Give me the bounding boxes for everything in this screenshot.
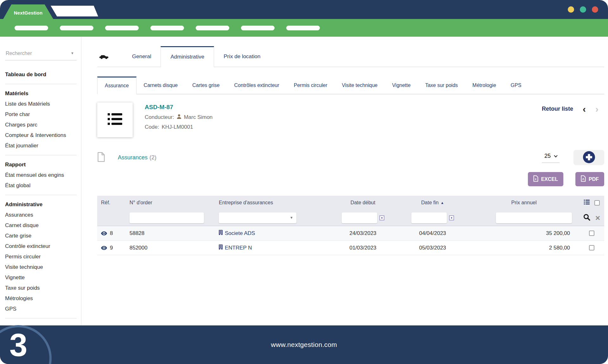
subtab[interactable]: Assurance	[97, 77, 136, 94]
pdf-button[interactable]: A PDF	[575, 172, 604, 186]
col-header-price[interactable]: Prix annuel	[469, 200, 579, 206]
sidebar-item-label: Visite technique	[5, 264, 43, 270]
row-order: 852000	[124, 245, 209, 251]
tab-label: Administrative	[170, 54, 204, 60]
table-row: 9 852000	[97, 241, 604, 255]
sidebar-item[interactable]: Visite technique	[5, 262, 77, 272]
body: Rechercher ▼ Tableau de bord Matériels L	[0, 37, 608, 325]
subtab[interactable]: Cartes grise	[185, 77, 227, 94]
sidebar-item[interactable]: Administrative	[5, 199, 77, 210]
sidebar-item-label: Carte grise	[5, 233, 31, 239]
sidebar-item[interactable]: Liste des Matériels	[5, 99, 77, 109]
record-thumbnail[interactable]	[97, 102, 133, 137]
chevron-right-icon[interactable]: ›	[595, 106, 598, 112]
subtab[interactable]: Vignette	[385, 77, 418, 94]
nav-pill[interactable]	[15, 26, 48, 30]
nav-pill[interactable]	[150, 26, 184, 30]
sidebar-item-label: Assurances	[5, 212, 33, 218]
subtab[interactable]: GPS	[504, 77, 529, 94]
sidebar-item[interactable]: État global	[5, 180, 77, 191]
page-size-select[interactable]: 25	[542, 152, 560, 163]
excel-button[interactable]: x EXCEL	[528, 172, 563, 186]
sidebar-item-label: GPS	[5, 306, 16, 312]
blank-tab[interactable]	[51, 6, 98, 16]
brand-tab[interactable]: NextGestion	[3, 4, 53, 19]
tab[interactable]: General	[123, 46, 161, 67]
add-button[interactable]	[573, 150, 604, 165]
row-checkbox[interactable]	[589, 231, 594, 236]
sidebar-item[interactable]: État journalier	[5, 140, 77, 151]
tab-label: Prix de location	[224, 53, 260, 60]
sidebar-item-label: Porte char	[5, 111, 30, 118]
sidebar-item[interactable]: Matériels	[5, 88, 77, 99]
sidebar-item[interactable]: Permis circuler	[5, 251, 77, 262]
col-header-company[interactable]: Entreprise d'assurances	[209, 200, 330, 206]
sidebar-item[interactable]: Porte char	[5, 109, 77, 120]
subtab[interactable]: Permis circuler	[287, 77, 335, 94]
nav-pill[interactable]	[60, 26, 93, 30]
window-dot-green-icon[interactable]	[580, 6, 586, 13]
nav-pill[interactable]	[105, 26, 139, 30]
sidebar-item[interactable]: GPS	[5, 304, 77, 314]
window-dot-yellow-icon[interactable]	[568, 6, 574, 13]
sidebar-item-label: Charges parc	[5, 122, 37, 128]
sidebar-item[interactable]: Assurances	[5, 210, 77, 220]
chevron-left-icon[interactable]: ‹	[583, 106, 586, 112]
calendar-picker-icon[interactable]	[449, 215, 454, 220]
col-header-order[interactable]: N° d'order	[124, 200, 209, 206]
sidebar-item[interactable]: Contrôle extincteur	[5, 241, 77, 251]
subtab[interactable]: Taxe sur poids	[418, 77, 465, 94]
sidebar-item[interactable]: Vignette	[5, 272, 77, 283]
sidebar-item-label: État journalier	[5, 143, 38, 149]
subtab[interactable]: Contrôles extincteur	[227, 77, 286, 94]
tab[interactable]: Prix de location	[214, 46, 270, 67]
filter-company-select[interactable]: ▼	[219, 213, 296, 223]
sidebar-item[interactable]: Carnet disque	[5, 220, 77, 231]
col-header-date-end-label: Date fin	[421, 200, 439, 206]
eye-icon[interactable]	[101, 246, 107, 250]
row-company-link[interactable]: Societe ADS	[209, 230, 330, 237]
sidebar-item[interactable]: Charges parc	[5, 120, 77, 130]
sidebar-item[interactable]: Taxe sur poids	[5, 283, 77, 293]
subtab[interactable]: Métrologie	[465, 77, 504, 94]
subtab-label: Assurance	[105, 83, 129, 89]
calendar-picker-icon[interactable]	[379, 215, 384, 220]
filter-date-start-input[interactable]	[342, 213, 377, 223]
subtab[interactable]: Carnets disque	[136, 77, 185, 94]
record-info: ASD-M-87 Conducteur: Marc Simon Code:	[145, 102, 212, 137]
filter-company-input[interactable]	[219, 213, 296, 223]
col-header-date-start[interactable]: Date début	[330, 200, 396, 206]
sidebar-item[interactable]: Tableau de bord	[5, 69, 77, 80]
filter-date-end-input[interactable]	[411, 213, 447, 223]
subtab[interactable]: Visite technique	[335, 77, 385, 94]
col-header-date-end[interactable]: Date fin ▲	[396, 200, 469, 206]
search-icon[interactable]	[583, 213, 591, 222]
filter-order-input[interactable]	[130, 213, 204, 223]
sidebar-item[interactable]: Carte grise	[5, 231, 77, 241]
col-header-ref[interactable]: Réf.	[97, 200, 124, 206]
list-icon	[108, 113, 122, 127]
back-to-list-link[interactable]: Retour liste	[542, 106, 573, 112]
sidebar-item[interactable]: Compteur & Interventions	[5, 130, 77, 140]
sidebar-search-select[interactable]: Rechercher ▼	[5, 49, 77, 60]
row-company-link[interactable]: ENTREP N	[209, 244, 330, 251]
row-ref: 9	[110, 245, 113, 251]
row-company-name: Societe ADS	[225, 230, 255, 237]
list-view-icon[interactable]	[584, 200, 590, 206]
record-code: Code: KHJ-LM0001	[145, 124, 212, 130]
row-checkbox[interactable]	[589, 245, 594, 250]
sidebar-item[interactable]: État mensuel des engins	[5, 170, 77, 180]
filter-price-input[interactable]	[496, 213, 572, 223]
tab[interactable]: Administrative	[161, 46, 214, 67]
nav-pill[interactable]	[196, 26, 229, 30]
select-all-checkbox[interactable]	[594, 200, 600, 206]
window-dot-red-icon[interactable]	[592, 6, 598, 13]
nav-pill[interactable]	[286, 26, 320, 30]
nav-pill[interactable]	[241, 26, 275, 30]
brand-logo-text: NextGestion	[14, 8, 43, 15]
sidebar-item[interactable]: Rapport	[5, 159, 77, 170]
sidebar-item[interactable]: Métrologies	[5, 293, 77, 304]
eye-icon[interactable]	[101, 231, 107, 236]
clear-filter-icon[interactable]: ×	[595, 215, 600, 221]
caret-down-icon: ▼	[71, 51, 74, 55]
